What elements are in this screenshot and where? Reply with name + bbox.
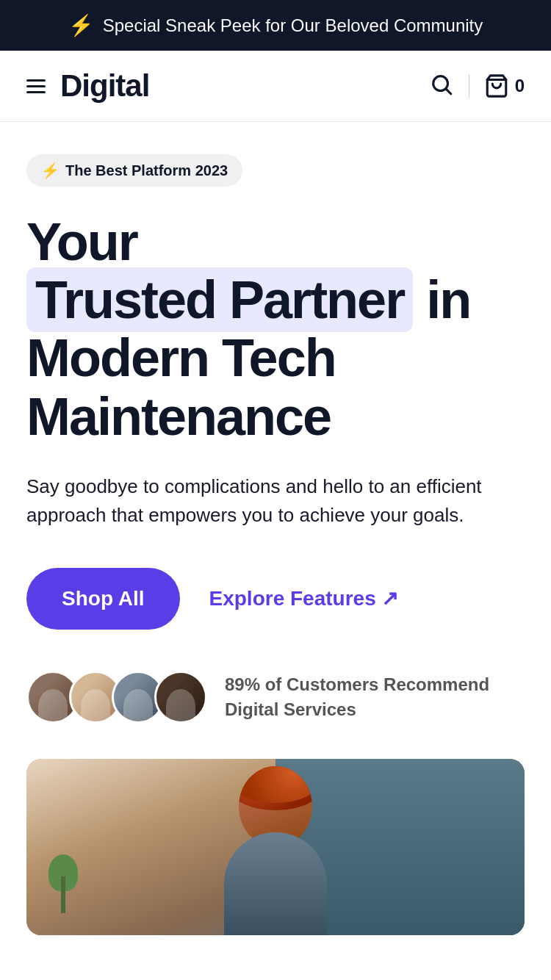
- plant-stem: [61, 876, 65, 913]
- hero-image-bg: [26, 759, 525, 935]
- bg-plant: [41, 854, 85, 913]
- hero-heading: Your Trusted Partner in Modern Tech Main…: [26, 213, 525, 446]
- cart-count: 0: [515, 76, 525, 96]
- badge-bolt-icon: ⚡: [41, 162, 60, 179]
- shop-all-button[interactable]: Shop All: [26, 568, 180, 630]
- hero-heading-highlight: Trusted Partner: [26, 267, 413, 332]
- hero-image: [26, 759, 525, 935]
- avatar-stack: [26, 671, 207, 724]
- hero-subtext: Say goodbye to complications and hello t…: [26, 472, 497, 530]
- search-button[interactable]: [429, 72, 454, 100]
- logo[interactable]: Digital: [60, 68, 149, 104]
- hamburger-line-3: [26, 91, 46, 93]
- customers-row: 89% of Customers Recommend Digital Servi…: [26, 671, 525, 724]
- header-left: Digital: [26, 68, 149, 104]
- banner-bolt-icon: ⚡: [68, 13, 94, 37]
- cart-button[interactable]: 0: [484, 73, 525, 98]
- cart-icon: [484, 73, 509, 98]
- customers-stat-text: 89% of Customers Recommend Digital Servi…: [225, 672, 525, 721]
- hero-heading-line3: Modern Tech: [26, 328, 336, 387]
- woman-body: [224, 832, 327, 935]
- top-banner: ⚡ Special Sneak Peek for Our Beloved Com…: [0, 0, 551, 51]
- woman-figure: [202, 766, 349, 935]
- avatar-4: [154, 671, 207, 724]
- hero-heading-line2: in: [413, 270, 470, 329]
- hero-heading-line1: Your: [26, 212, 137, 271]
- explore-features-button[interactable]: Explore Features ↗: [209, 586, 399, 610]
- header-right: 0: [429, 72, 525, 100]
- hamburger-menu[interactable]: [26, 79, 46, 93]
- badge-text: The Best Platform 2023: [65, 162, 228, 179]
- header-divider: [469, 74, 469, 98]
- search-icon: [429, 72, 454, 97]
- svg-line-1: [446, 90, 450, 94]
- cta-buttons: Shop All Explore Features ↗: [26, 568, 525, 630]
- avatar-4-face: [156, 673, 205, 721]
- main-content: ⚡ The Best Platform 2023 Your Trusted Pa…: [0, 122, 551, 965]
- hamburger-line-2: [26, 85, 46, 87]
- platform-badge: ⚡ The Best Platform 2023: [26, 154, 242, 187]
- header: Digital 0: [0, 51, 551, 122]
- hero-heading-line4: Maintenance: [26, 387, 331, 446]
- banner-text: Special Sneak Peek for Our Beloved Commu…: [103, 15, 483, 36]
- hamburger-line-1: [26, 79, 46, 82]
